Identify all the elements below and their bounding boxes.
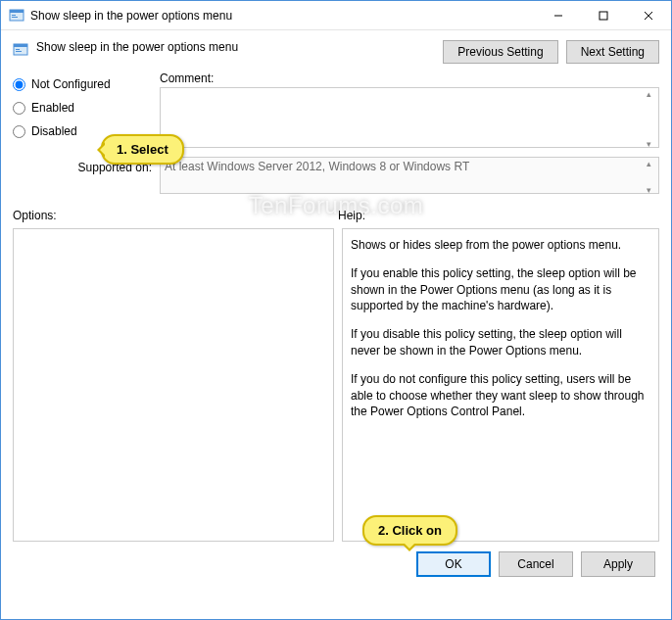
svg-rect-11 [16,51,22,52]
ok-button[interactable]: OK [416,551,491,577]
help-panel: Shows or hides sleep from the power opti… [342,228,659,542]
options-panel [13,228,334,542]
svg-rect-2 [12,15,16,16]
comment-label: Comment: [160,72,659,85]
policy-icon [9,8,24,24]
apply-button[interactable]: Apply [581,551,655,577]
supported-on-text [160,157,659,194]
scroll-down-icon[interactable]: ▾ [642,139,656,149]
policy-name: Show sleep in the power options menu [36,40,443,54]
radio-disabled-label: Disabled [31,124,77,138]
comment-textarea[interactable] [160,87,659,148]
close-button[interactable] [626,1,671,29]
radio-enabled[interactable]: Enabled [13,101,160,115]
svg-rect-3 [12,17,18,18]
radio-enabled-label: Enabled [31,101,74,115]
radio-not-configured[interactable]: Not Configured [13,77,160,91]
maximize-button[interactable] [581,1,626,29]
svg-rect-5 [600,12,607,20]
titlebar: Show sleep in the power options menu [1,1,671,30]
cancel-button[interactable]: Cancel [499,551,573,577]
radio-enabled-input[interactable] [13,102,25,115]
help-text: If you disable this policy setting, the … [351,326,650,359]
help-text: If you do not configure this policy sett… [351,371,650,420]
radio-not-configured-input[interactable] [13,78,25,91]
svg-rect-9 [14,44,27,47]
policy-icon [13,42,28,58]
svg-rect-10 [16,49,20,50]
annotation-select: 1. Select [101,134,184,165]
help-text: Shows or hides sleep from the power opti… [351,237,650,254]
dialog-content: Show sleep in the power options menu Pre… [1,30,671,587]
radio-not-configured-label: Not Configured [31,77,111,91]
annotation-click: 2. Click on [362,515,457,546]
scroll-up-icon[interactable]: ▴ [642,89,656,99]
help-text: If you enable this policy setting, the s… [351,265,650,314]
previous-setting-button[interactable]: Previous Setting [443,40,557,64]
window-title: Show sleep in the power options menu [30,9,536,23]
svg-rect-1 [10,10,24,13]
dialog-footer: OK Cancel Apply [13,551,659,577]
minimize-button[interactable] [536,1,581,29]
next-setting-button[interactable]: Next Setting [566,40,659,64]
window-controls [536,1,671,29]
scroll-down-icon[interactable]: ▾ [642,185,656,195]
help-label: Help: [338,209,365,222]
scroll-up-icon[interactable]: ▴ [642,159,656,168]
radio-disabled-input[interactable] [13,125,25,138]
options-label: Options: [13,209,338,222]
